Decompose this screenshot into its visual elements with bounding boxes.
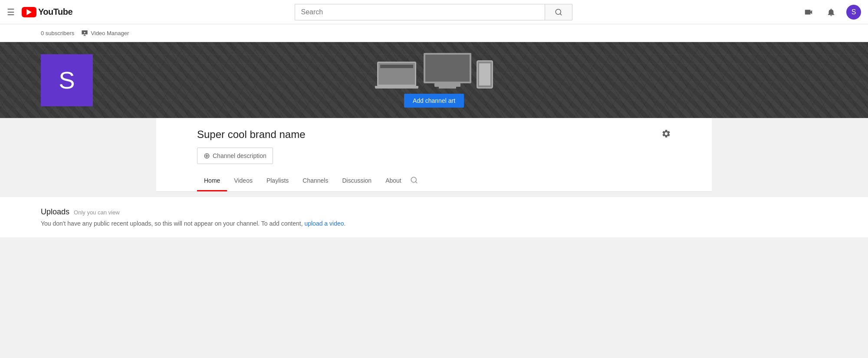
- youtube-logo-icon: [22, 7, 36, 17]
- topnav-actions: S: [801, 5, 861, 20]
- upload-video-link[interactable]: upload a video: [304, 220, 344, 227]
- tab-about[interactable]: About: [378, 171, 408, 191]
- laptop-screen: [377, 62, 416, 86]
- user-avatar[interactable]: S: [846, 5, 861, 20]
- video-manager-link[interactable]: Video Manager: [81, 30, 129, 36]
- youtube-wordmark: YouTube: [38, 7, 72, 17]
- video-camera-icon: [804, 7, 813, 17]
- laptop-base: [375, 86, 418, 89]
- channel-avatar-large[interactable]: S: [41, 54, 93, 106]
- banner-center-content: Add channel art: [375, 53, 493, 108]
- uploads-section: Uploads Only you can view You don't have…: [0, 197, 868, 237]
- tab-discussion[interactable]: Discussion: [335, 171, 378, 191]
- gear-icon: [661, 129, 671, 138]
- channel-description-button[interactable]: ⊕ Channel description: [197, 148, 273, 164]
- top-navigation: ☰ YouTube S: [0, 0, 868, 24]
- phone-screen: [479, 63, 490, 85]
- tab-home[interactable]: Home: [197, 171, 227, 191]
- uploads-body-text: You don't have any public recent uploads…: [41, 220, 304, 227]
- tab-search-icon[interactable]: [410, 176, 418, 186]
- search-button[interactable]: [545, 4, 572, 20]
- add-channel-art-button[interactable]: Add channel art: [404, 94, 464, 108]
- tv-screen: [424, 53, 471, 83]
- hamburger-icon[interactable]: ☰: [7, 7, 15, 17]
- tv-stand: [434, 83, 460, 87]
- tab-channels[interactable]: Channels: [296, 171, 335, 191]
- channel-info-row: Super cool brand name: [156, 118, 712, 141]
- subscribers-count: 0 subscribers: [41, 30, 74, 36]
- search-icon: [555, 8, 562, 16]
- search-bar: [295, 4, 572, 20]
- laptop-screen-bar: [380, 65, 413, 68]
- tv-device-icon: [424, 53, 471, 89]
- channel-desc-label: Channel description: [213, 152, 266, 159]
- channel-body: Super cool brand name ⊕ Channel descript…: [156, 118, 712, 192]
- channel-tabs: Home Videos Playlists Channels Discussio…: [156, 171, 712, 192]
- channel-banner: S: [0, 42, 868, 118]
- uploads-title: Uploads: [41, 207, 69, 217]
- channel-avatar-wrapper: S: [41, 42, 93, 118]
- laptop-device-icon: [375, 62, 418, 89]
- uploads-header: Uploads Only you can view: [41, 207, 827, 217]
- tab-videos[interactable]: Videos: [227, 171, 260, 191]
- uploads-body: You don't have any public recent uploads…: [41, 220, 827, 227]
- youtube-logo[interactable]: YouTube: [22, 7, 72, 17]
- uploads-body-suffix: .: [344, 220, 346, 227]
- settings-button[interactable]: [661, 129, 671, 141]
- channel-name: Super cool brand name: [197, 128, 306, 141]
- tv-base: [439, 87, 456, 89]
- page-content: 0 subscribers Video Manager S: [0, 24, 868, 237]
- tab-playlists[interactable]: Playlists: [260, 171, 296, 191]
- bell-icon: [826, 7, 836, 17]
- plus-icon: ⊕: [204, 151, 210, 161]
- video-manager-label: Video Manager: [91, 30, 129, 36]
- create-video-button[interactable]: [801, 5, 816, 20]
- svg-line-7: [415, 181, 417, 183]
- video-manager-icon: [81, 30, 88, 36]
- channel-header-bar: 0 subscribers Video Manager: [0, 24, 868, 42]
- notifications-button[interactable]: [824, 5, 838, 20]
- svg-line-1: [560, 13, 561, 15]
- phone-device-icon: [477, 60, 493, 89]
- search-input[interactable]: [295, 4, 545, 20]
- banner-devices: [375, 53, 493, 89]
- uploads-subtitle: Only you can view: [74, 209, 120, 216]
